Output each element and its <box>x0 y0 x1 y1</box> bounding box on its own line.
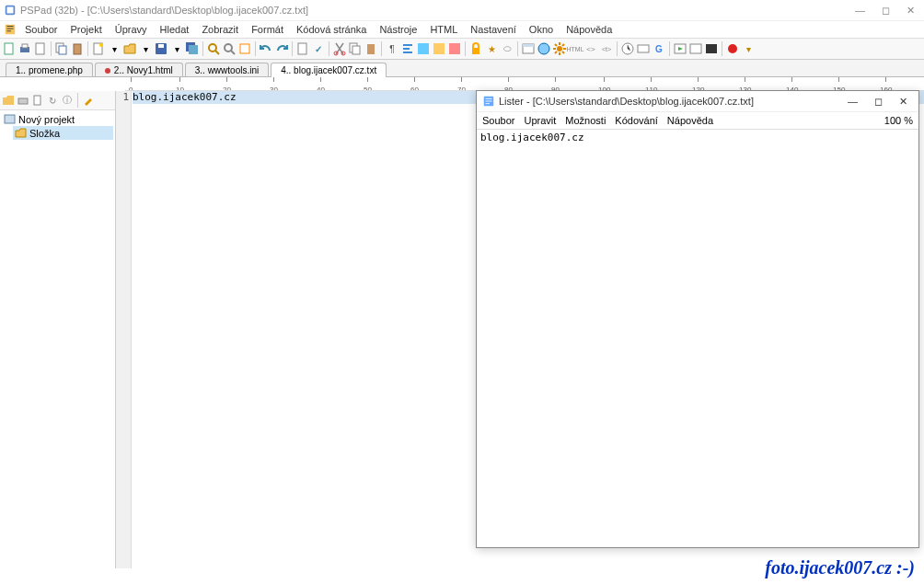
tag-icon[interactable]: <> <box>583 41 598 56</box>
lister-menu-soubor[interactable]: Soubor <box>482 115 514 126</box>
paste2-icon[interactable] <box>364 41 378 56</box>
color-icon[interactable] <box>447 41 462 56</box>
folder-icon[interactable] <box>2 94 15 107</box>
minimize-button[interactable]: — <box>855 5 865 17</box>
tab-blog[interactable]: 4.. blog.ijacek007.cz.txt <box>271 63 387 77</box>
lister-menu-upravit[interactable]: Upravit <box>524 115 556 126</box>
folder2-icon <box>15 127 27 139</box>
menu-zobrazit[interactable]: Zobrazit <box>197 23 243 36</box>
ruler: 0102030405060708090100110120130140150160… <box>125 77 924 91</box>
info-icon[interactable]: ⓘ <box>61 94 74 107</box>
fill-icon[interactable] <box>432 41 446 56</box>
dropdown-icon[interactable]: ▾ <box>107 41 121 56</box>
play2-icon[interactable] <box>688 41 703 56</box>
wrap-icon[interactable] <box>400 41 415 56</box>
file-icon[interactable] <box>33 41 48 56</box>
svg-point-34 <box>557 46 562 52</box>
paste-icon[interactable] <box>70 41 85 56</box>
print-icon[interactable] <box>17 41 32 56</box>
menu-nastroje[interactable]: Nástroje <box>375 23 422 36</box>
gutter: 1 <box>116 91 132 568</box>
tab-promene[interactable]: 1.. promene.php <box>6 63 93 76</box>
copy-icon[interactable] <box>54 41 69 56</box>
menu-hledat[interactable]: Hledat <box>156 23 194 36</box>
menu-nastaveni[interactable]: Nastavení <box>466 23 521 36</box>
tab-label: 1.. promene.php <box>16 65 83 75</box>
disk-icon[interactable] <box>17 94 29 107</box>
sidebar-toolbar: ↻ ⓘ <box>0 91 115 110</box>
highlight-icon[interactable] <box>416 41 431 56</box>
svg-point-16 <box>209 44 216 52</box>
close-button[interactable]: ✕ <box>907 5 915 17</box>
record-icon[interactable] <box>725 41 740 56</box>
lister-menu-napoveda[interactable]: Nápověda <box>667 115 713 126</box>
reload-icon[interactable]: ↻ <box>46 94 59 107</box>
tag2-icon[interactable]: <t> <box>599 41 614 56</box>
star-icon[interactable]: ★ <box>484 41 499 56</box>
menu-projekt[interactable]: Projekt <box>65 23 106 36</box>
maximize-button[interactable]: ◻ <box>882 5 890 17</box>
html-icon[interactable]: HTML <box>568 41 583 56</box>
lister-menu-moznosti[interactable]: Možnosti <box>565 115 606 126</box>
recdrop-icon[interactable]: ▾ <box>741 41 756 56</box>
find2-icon[interactable] <box>237 41 252 56</box>
menu-html[interactable]: HTML <box>425 23 462 36</box>
undo-icon[interactable] <box>259 41 273 56</box>
save-icon[interactable] <box>154 41 168 56</box>
lister-maximize-button[interactable]: ◻ <box>874 96 883 108</box>
lock-icon[interactable] <box>468 41 483 56</box>
lister-menu-kodovani[interactable]: Kódování <box>615 115 657 126</box>
redo-icon[interactable] <box>274 41 289 56</box>
lister-minimize-button[interactable]: — <box>848 96 858 108</box>
svg-rect-27 <box>418 43 429 54</box>
menu-upravy[interactable]: Úpravy <box>110 23 152 36</box>
globe-icon[interactable] <box>537 41 551 56</box>
svg-rect-36 <box>638 45 649 52</box>
term-icon[interactable] <box>704 41 719 56</box>
line-number: 1 <box>122 91 129 103</box>
new3-icon[interactable] <box>31 94 44 107</box>
menu-napoveda[interactable]: Nápověda <box>561 23 617 36</box>
sidebar: ↻ ⓘ Nový projekt Složka <box>0 91 116 568</box>
svg-rect-6 <box>36 43 44 54</box>
play-icon[interactable] <box>673 41 687 56</box>
menu-kodova[interactable]: Kódová stránka <box>292 23 371 36</box>
svg-rect-32 <box>523 44 534 47</box>
spell-icon[interactable]: ✓ <box>311 41 326 56</box>
search-icon[interactable] <box>206 41 221 56</box>
svg-point-18 <box>225 44 232 52</box>
new-icon[interactable] <box>2 41 17 56</box>
menu-format[interactable]: Formát <box>247 23 288 36</box>
menu-okno[interactable]: Okno <box>525 23 558 36</box>
cut-icon[interactable] <box>332 41 347 56</box>
browser-icon[interactable] <box>521 41 536 56</box>
pilcrow-icon[interactable]: ¶ <box>385 41 399 56</box>
tv-icon[interactable] <box>636 41 651 56</box>
copy2-icon[interactable] <box>348 41 363 56</box>
tab-novy1[interactable]: 2.. Novy1.html <box>95 63 183 76</box>
tree-project[interactable]: Nový projekt <box>2 112 113 126</box>
tree-label: Složka <box>29 128 60 139</box>
svg-rect-1 <box>7 7 14 14</box>
dropdown3-icon[interactable]: ▾ <box>169 41 184 56</box>
gear-icon[interactable] <box>552 41 567 56</box>
tree-folder[interactable]: Složka <box>13 126 113 140</box>
dropdown2-icon[interactable]: ▾ <box>138 41 153 56</box>
saveall-icon[interactable] <box>185 41 200 56</box>
lister-close-button[interactable]: ✕ <box>899 96 907 108</box>
window-title: PSPad (32b) - [C:\Users\standard\Desktop… <box>20 5 855 16</box>
tool-icon[interactable] <box>82 94 95 107</box>
tab-wwwtools[interactable]: 3.. wwwtools.ini <box>185 63 269 76</box>
open-icon[interactable] <box>122 41 137 56</box>
lister-titlebar: Lister - [C:\Users\standard\Desktop\blog… <box>477 91 918 112</box>
lister-content[interactable]: blog.ijacek007.cz <box>477 130 918 145</box>
find-icon[interactable] <box>222 41 237 56</box>
menu-soubor[interactable]: Soubor <box>20 23 62 36</box>
fish-icon[interactable]: ⬭ <box>500 41 514 56</box>
time-icon[interactable] <box>620 41 635 56</box>
google-icon[interactable]: G <box>652 41 666 56</box>
file-tabs: 1.. promene.php 2.. Novy1.html 3.. wwwto… <box>0 60 924 77</box>
new2-icon[interactable] <box>91 41 106 56</box>
menu-icon <box>4 23 17 36</box>
doc-icon[interactable] <box>295 41 310 56</box>
